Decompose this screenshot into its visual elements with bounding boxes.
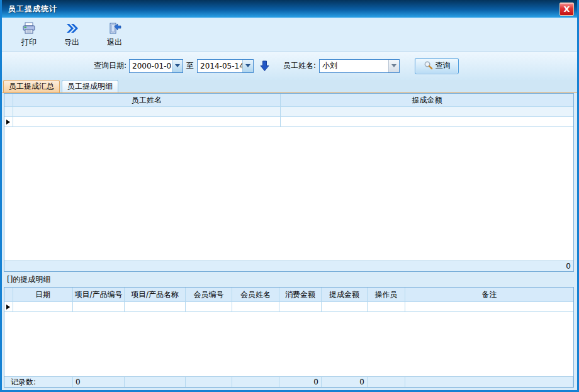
date-from-dropdown-arrow[interactable] [172,60,183,72]
record-count-label: 记录数: [4,377,73,387]
table-cell [405,302,573,312]
app-window: 员工提成统计 X 打印 [0,0,579,392]
employee-name-combobox[interactable]: 小刘 [319,59,400,73]
summary-total-value: 0 [566,262,571,271]
footer-cell [125,377,186,387]
close-button[interactable]: X [559,3,574,16]
table-cell [13,302,73,312]
summary-table-header-row: 员工姓名 提成金额 [4,94,573,107]
employee-name-label: 员工姓名: [283,60,316,71]
row-selector-cell [4,117,13,127]
current-row-arrow-icon [6,305,10,310]
table-cell [232,302,279,312]
query-date-label: 查询日期: [94,60,126,71]
export-button[interactable]: 导出 [53,20,90,50]
row-selector-cell [4,107,13,117]
search-button[interactable]: 查询 [415,58,459,74]
footer-cell [186,377,232,387]
column-header-employee-name[interactable]: 员工姓名 [13,94,281,107]
detail-table-header-row: 日期 项目/产品编号 项目/产品名称 会员编号 会员姓名 消费金额 提成金额 操… [4,288,573,302]
down-arrow-icon [260,60,269,72]
row-selector-cell [4,302,13,312]
search-button-label: 查询 [436,60,451,71]
magnifier-icon [424,60,433,72]
titlebar: 员工提成统计 X [2,0,577,18]
summary-table-empty-area [4,127,573,260]
chevron-down-icon [175,64,180,67]
tab-summary-label: 员工提成汇总 [9,81,54,92]
exit-door-icon [108,21,121,35]
column-header-item-name[interactable]: 项目/产品名称 [125,288,186,302]
row-selector-header-cell [4,94,13,107]
table-cell [322,302,368,312]
detail-table-footer: 记录数: 0 0 0 [4,376,573,387]
table-cell [279,302,322,312]
table-cell [73,302,125,312]
window-title: 员工提成统计 [8,4,57,14]
date-to-label: 至 [186,60,194,71]
column-header-member-name[interactable]: 会员姓名 [232,288,279,302]
date-to-dropdown-arrow[interactable] [242,60,253,72]
chevron-down-icon [391,64,396,67]
column-header-date[interactable]: 日期 [13,288,73,302]
summary-table: 员工姓名 提成金额 0 [4,93,574,272]
printer-icon [22,21,36,35]
column-header-commission-amount[interactable]: 提成金额 [322,288,368,302]
tab-commission-summary[interactable]: 员工提成汇总 [3,80,60,92]
exit-button[interactable]: 退出 [96,20,133,50]
export-button-label: 导出 [64,37,79,48]
table-row[interactable] [4,117,573,127]
row-selector-header-cell [4,288,13,302]
toolbar: 打印 导出 退出 [2,18,577,52]
date-from-value: 2000-01-01 [130,60,172,72]
table-cell [125,302,186,312]
record-count-value: 0 [73,377,125,387]
footer-cell [368,377,405,387]
column-header-member-code[interactable]: 会员编号 [186,288,232,302]
print-button[interactable]: 打印 [11,20,47,50]
summary-table-footer: 0 [4,260,573,271]
detail-section-label-row: []的提成明细 [2,272,577,287]
close-icon: X [563,5,570,13]
employee-name-value: 小刘 [320,60,388,72]
employee-name-dropdown-arrow[interactable] [388,60,399,72]
table-cell [13,117,281,127]
table-row[interactable] [4,302,573,312]
column-header-operator[interactable]: 操作员 [368,288,405,302]
print-button-label: 打印 [21,37,37,48]
tab-bar: 员工提成汇总 员工提成明细 [2,80,577,93]
tab-detail-label: 员工提成明细 [67,81,113,92]
footer-cell [405,377,573,387]
date-from-combobox[interactable]: 2000-01-01 [129,59,183,73]
column-header-item-code[interactable]: 项目/产品编号 [73,288,125,302]
date-to-value: 2014-05-14 [198,60,242,72]
apply-date-button[interactable] [260,60,269,72]
table-cell [281,117,573,127]
tab-commission-detail[interactable]: 员工提成明细 [62,80,118,92]
table-row[interactable] [4,107,573,117]
detail-table-empty-area [4,312,573,376]
detail-table: 日期 项目/产品编号 项目/产品名称 会员编号 会员姓名 消费金额 提成金额 操… [4,287,574,388]
table-cell [186,302,232,312]
table-cell [281,107,573,117]
column-header-commission-amount[interactable]: 提成金额 [281,94,573,107]
exit-button-label: 退出 [107,37,122,48]
table-cell [13,107,281,117]
query-bar: 查询日期: 2000-01-01 至 2014-05-14 员工姓名: 小刘 [2,52,577,80]
current-row-arrow-icon [6,120,10,125]
commission-total-value: 0 [322,377,368,387]
column-header-remark[interactable]: 备注 [405,288,573,302]
consume-total-value: 0 [279,377,322,387]
detail-section-title: []的提成明细 [7,274,50,285]
table-cell [368,302,405,312]
column-header-consume-amount[interactable]: 消费金额 [279,288,322,302]
chevron-down-icon [245,64,250,67]
export-icon [65,21,79,35]
date-to-combobox[interactable]: 2014-05-14 [197,59,254,73]
footer-cell [232,377,279,387]
